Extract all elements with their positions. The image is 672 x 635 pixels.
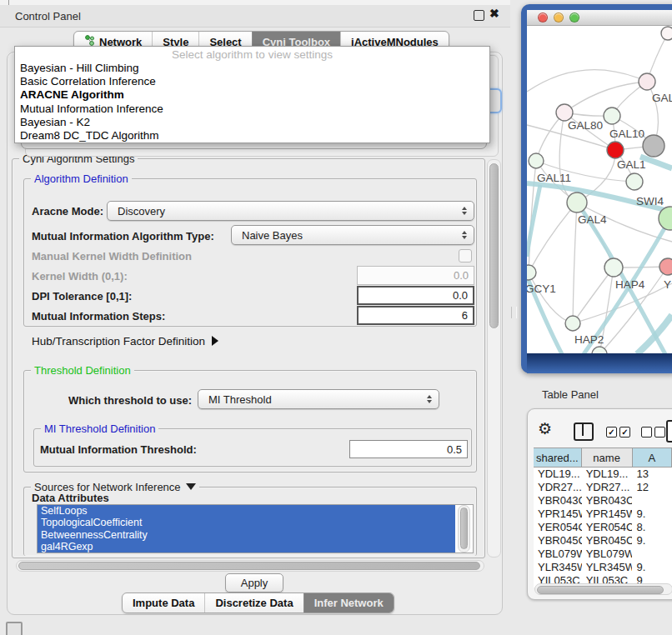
network-node-gal7[interactable] — [639, 73, 655, 90]
splitter-handle[interactable] — [511, 307, 517, 318]
apply-button-label: Apply — [241, 577, 268, 589]
table-row[interactable]: YER054CYER054C8. — [534, 521, 672, 534]
expand-right-icon[interactable] — [212, 336, 218, 346]
network-window-titlebar[interactable] — [527, 10, 672, 26]
table-cell — [632, 548, 672, 561]
algorithm-option[interactable]: Mutual Information Inference — [15, 102, 489, 116]
tab-label: Discretize Data — [215, 597, 293, 609]
attribute-list-item[interactable]: gal4RGexp — [38, 541, 455, 552]
network-node-gal10[interactable] — [604, 108, 620, 124]
select-all-icon[interactable]: ✓ — [619, 427, 630, 438]
which-threshold-combo[interactable]: MI Threshold — [198, 389, 439, 409]
network-node[interactable] — [643, 135, 664, 157]
table-hscrollbar[interactable] — [534, 583, 672, 595]
close-panel-icon[interactable]: ✖ — [489, 7, 499, 20]
table-cell: 9. — [632, 508, 672, 521]
attribute-list-item[interactable]: TopologicalCoefficient — [38, 517, 455, 528]
network-node-gal80[interactable] — [556, 104, 573, 121]
float-panel-icon[interactable] — [474, 10, 484, 21]
table-row[interactable]: YDR27...YDR27...12 — [534, 481, 672, 494]
select-all-icon[interactable]: ✓ — [606, 427, 617, 438]
algorithm-option[interactable]: ARACNE Algorithm — [15, 88, 489, 102]
mi-steps-value: 6 — [462, 309, 468, 322]
close-traffic-light-icon[interactable] — [538, 12, 548, 22]
data-attributes-list[interactable]: SelfLoopsTopologicalCoefficientBetweenne… — [37, 504, 474, 553]
algorithm-dropdown[interactable]: Select algorithm to view settings Bayesi… — [14, 46, 490, 143]
settings-vscrollbar[interactable] — [487, 159, 501, 558]
network-node[interactable] — [661, 27, 672, 40]
column-header-name[interactable]: name — [582, 448, 633, 467]
table-panel-title: Table Panel — [542, 388, 599, 401]
attribute-list-item[interactable]: BetweennessCentrality — [38, 529, 455, 541]
network-node-y[interactable] — [659, 258, 672, 275]
settings-hscrollbar-thumb[interactable] — [18, 562, 480, 570]
algorithm-option[interactable]: Bayesian - K2 — [15, 116, 489, 129]
tab-impute-data[interactable]: Impute Data — [123, 593, 204, 612]
table-cell: YDL19... — [582, 468, 633, 481]
network-node-gal1[interactable] — [607, 142, 624, 158]
algorithm-option[interactable]: Basic Correlation Inference — [15, 75, 489, 88]
zoom-traffic-light-icon[interactable] — [569, 12, 579, 22]
dpi-tolerance-field[interactable]: 0.0 — [357, 286, 474, 305]
network-canvas[interactable]: GAL7GAL80GAL10GAL1GAL11SWI4GAL4GCY1HAP4Y… — [527, 26, 672, 353]
network-node-label: GAL4 — [578, 213, 607, 226]
network-node-hap2[interactable] — [565, 316, 580, 331]
network-node-gal11[interactable] — [529, 153, 544, 168]
attributes-vscrollbar[interactable] — [458, 505, 470, 552]
which-threshold-value: MI Threshold — [208, 393, 272, 406]
gear-icon[interactable]: ⚙ — [538, 419, 552, 438]
network-edge-thick[interactable] — [527, 185, 540, 257]
node-table[interactable]: shared...nameAYDL19...YDL19...13YDR27...… — [534, 448, 672, 588]
manual-kernel-checkbox[interactable] — [459, 249, 472, 262]
network-edge[interactable] — [573, 268, 614, 323]
table-cell: 8. — [632, 521, 672, 534]
kernel-width-field[interactable]: 0.0 — [357, 266, 474, 285]
table-row[interactable]: YPR145WYPR145W9. — [534, 508, 672, 521]
algorithm-option[interactable]: Dream8 DC_TDC Algorithm — [15, 129, 489, 142]
network-node-gcy1[interactable] — [527, 265, 536, 280]
table-row[interactable]: YBR045CYBR045C9. — [534, 534, 672, 548]
network-node-gal4[interactable] — [567, 192, 587, 212]
attributes-vscrollbar-thumb[interactable] — [460, 508, 468, 549]
collapse-down-icon[interactable] — [186, 483, 196, 490]
network-node-hap4[interactable] — [604, 258, 623, 277]
table-row[interactable]: YDL19...YDL19...13 — [534, 468, 672, 481]
settings-hscrollbar[interactable] — [16, 560, 484, 572]
table-cell: YLR345W — [582, 561, 633, 574]
table-row[interactable]: YBL079WYBL079W — [534, 548, 672, 561]
network-node-label: HAP2 — [574, 333, 604, 346]
tab-infer-network[interactable]: Infer Network — [303, 593, 394, 612]
column-header-a[interactable]: A — [633, 448, 672, 467]
network-edge[interactable] — [527, 70, 647, 92]
network-edge-thick[interactable] — [637, 315, 672, 353]
table-row[interactable]: YBR043CYBR043C — [534, 494, 672, 508]
table-row[interactable]: YLR345WYLR345W9. — [534, 561, 672, 574]
mi-steps-label: Mutual Information Steps: — [32, 310, 165, 322]
apply-button[interactable]: Apply — [225, 573, 283, 592]
control-panel-titlebar: Control Panel — [0, 5, 510, 28]
mi-threshold-field[interactable]: 0.5 — [349, 440, 468, 458]
hub-definition-label[interactable]: Hub/Transcription Factor Definition — [32, 335, 218, 348]
deselect-all-icon[interactable] — [654, 427, 665, 438]
network-node-swi4[interactable] — [626, 173, 643, 190]
algorithm-option[interactable]: Bayesian - Hill Climbing — [15, 62, 489, 75]
minimize-traffic-light-icon[interactable] — [554, 12, 564, 22]
hub-definition-text: Hub/Transcription Factor Definition — [32, 335, 205, 348]
mi-type-combo[interactable]: Naive Bayes — [231, 225, 474, 245]
mi-steps-field[interactable]: 6 — [357, 306, 474, 325]
column-header-shared-[interactable]: shared... — [534, 448, 582, 467]
table-cell: YBR043C — [582, 494, 633, 508]
network-window-bottom-border — [527, 353, 672, 373]
deselect-all-icon[interactable] — [641, 427, 652, 438]
network-edge[interactable] — [564, 82, 647, 112]
attribute-list-item[interactable]: SelfLoops — [38, 505, 455, 517]
new-table-icon[interactable] — [666, 420, 672, 442]
table-hscrollbar-thumb[interactable] — [537, 586, 664, 594]
network-edge[interactable] — [573, 202, 577, 323]
algorithm-dropdown-prompt: Select algorithm to view settings — [15, 47, 489, 62]
aracne-mode-combo[interactable]: Discovery — [107, 201, 474, 221]
tab-discretize-data[interactable]: Discretize Data — [204, 593, 303, 612]
columns-icon[interactable] — [574, 422, 594, 441]
dock-icon[interactable] — [6, 622, 23, 635]
settings-vscrollbar-thumb[interactable] — [489, 163, 499, 328]
